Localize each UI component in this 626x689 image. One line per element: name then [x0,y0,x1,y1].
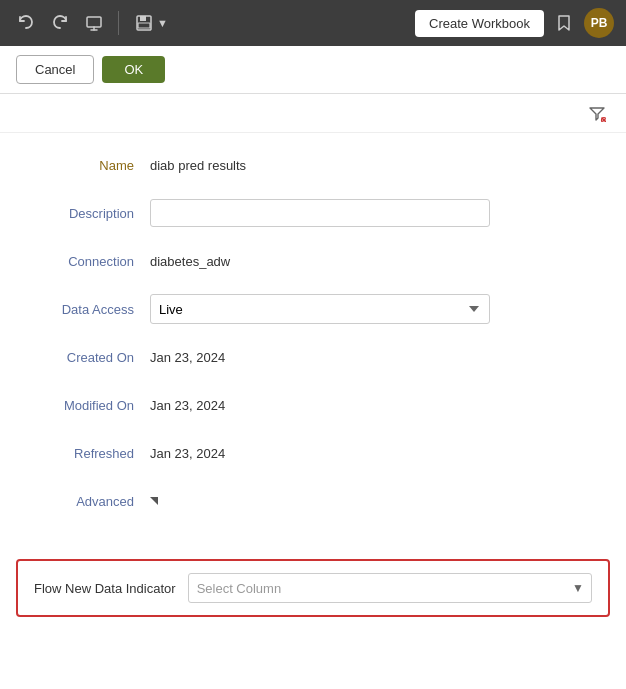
toolbar: ▼ Create Workbook PB [0,0,626,46]
ok-button[interactable]: OK [102,56,165,83]
refreshed-value: Jan 23, 2024 [150,446,225,461]
save-button[interactable]: ▼ [129,10,174,36]
action-bar: Cancel OK [0,46,626,94]
modified-on-row: Modified On Jan 23, 2024 [30,389,596,421]
connection-value: diabetes_adw [150,254,230,269]
cancel-button[interactable]: Cancel [16,55,94,84]
toolbar-divider [118,11,119,35]
svg-rect-2 [140,16,146,21]
data-access-select[interactable]: Live Extract [150,294,490,324]
filter-icon[interactable] [588,104,606,126]
redo-button[interactable] [46,9,74,37]
flow-select-wrapper: Select Column ▼ [188,573,592,603]
created-on-label: Created On [30,350,150,365]
name-value: diab pred results [150,158,246,173]
flow-new-data-section: Flow New Data Indicator Select Column ▼ [16,559,610,617]
advanced-row: Advanced [30,485,596,517]
advanced-toggle[interactable] [150,497,158,505]
modified-on-label: Modified On [30,398,150,413]
connection-row: Connection diabetes_adw [30,245,596,277]
form-container: Name diab pred results Description Conne… [0,133,626,549]
modified-on-value: Jan 23, 2024 [150,398,225,413]
name-label: Name [30,158,150,173]
description-row: Description [30,197,596,229]
flow-label: Flow New Data Indicator [34,581,176,596]
created-on-value: Jan 23, 2024 [150,350,225,365]
connection-label: Connection [30,254,150,269]
created-on-row: Created On Jan 23, 2024 [30,341,596,373]
svg-rect-3 [138,23,150,28]
present-button[interactable] [80,9,108,37]
flow-column-select[interactable]: Select Column [188,573,592,603]
main-content: Name diab pred results Description Conne… [0,94,626,689]
description-label: Description [30,206,150,221]
svg-rect-0 [87,17,101,27]
advanced-label: Advanced [30,494,150,509]
refreshed-row: Refreshed Jan 23, 2024 [30,437,596,469]
user-avatar[interactable]: PB [584,8,614,38]
data-access-label: Data Access [30,302,150,317]
data-access-row: Data Access Live Extract [30,293,596,325]
name-row: Name diab pred results [30,149,596,181]
filter-row [0,94,626,133]
save-dropdown-arrow[interactable]: ▼ [157,17,168,29]
create-workbook-button[interactable]: Create Workbook [415,10,544,37]
undo-button[interactable] [12,9,40,37]
bookmark-button[interactable] [550,9,578,37]
description-input[interactable] [150,199,490,227]
refreshed-label: Refreshed [30,446,150,461]
